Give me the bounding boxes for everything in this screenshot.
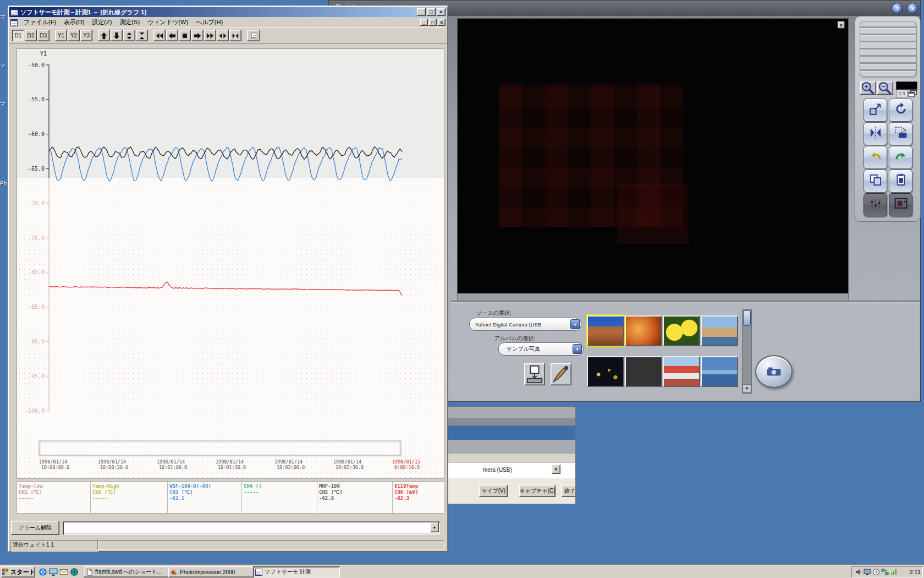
pi-lower-deck: ソースの選択: Yahoo! Digital Camera (USB ▼ アルバ…: [450, 301, 920, 395]
svg-text:0:00:10.0: 0:00:10.0: [394, 465, 420, 470]
child-maximize-button[interactable]: □: [429, 19, 437, 26]
child-app-icon: [10, 19, 18, 26]
arrow-right-button[interactable]: [191, 30, 204, 41]
taskbar-clock[interactable]: 2:11: [909, 569, 921, 575]
minimize-button[interactable]: _: [417, 8, 426, 16]
task-button-1[interactable]: framtk.swd へのショート...: [84, 566, 170, 577]
exit-button[interactable]: 終了(X): [562, 485, 576, 497]
desktop-icon-fragment[interactable]: マ: [0, 13, 7, 21]
coastal-town-image: [702, 317, 737, 345]
chevron-down-icon[interactable]: ▼: [430, 522, 439, 532]
zoom-out-button[interactable]: [877, 81, 893, 95]
toolbar-button-y2[interactable]: Y2: [68, 30, 80, 41]
ie-icon[interactable]: [38, 568, 47, 576]
child-close-button[interactable]: ×: [438, 19, 446, 26]
chevron-down-icon[interactable]: ▼: [573, 344, 582, 354]
thumbnail-yellow-flowers[interactable]: [663, 315, 700, 346]
thumbnail-lighthouse[interactable]: [663, 356, 700, 387]
arrow-down-button[interactable]: [111, 30, 123, 41]
desktop-icon-fragment[interactable]: マ: [0, 100, 7, 108]
pi-close-button[interactable]: ×: [907, 3, 919, 14]
thumbnail-coastal-town[interactable]: [701, 315, 738, 346]
collapse-vertical-button[interactable]: [136, 30, 148, 41]
adjust-button[interactable]: [864, 193, 887, 216]
get-photo-oval-button[interactable]: [755, 355, 793, 388]
collapse-horizontal-button[interactable]: [229, 30, 241, 41]
display-icon[interactable]: [864, 568, 871, 576]
child-minimize-button[interactable]: _: [420, 19, 428, 26]
copy-button[interactable]: [864, 170, 887, 193]
menu-item[interactable]: 表示(D): [60, 17, 88, 28]
volume-icon[interactable]: [890, 568, 898, 576]
graph-zoom-button[interactable]: [247, 30, 260, 41]
maximize-button[interactable]: □: [427, 8, 436, 16]
chevron-down-icon[interactable]: ▼: [570, 319, 580, 329]
menu-item[interactable]: ファイル(F): [20, 17, 60, 28]
canyon-image: [588, 317, 623, 345]
expand-vertical-button[interactable]: [123, 30, 135, 41]
desktop-icon-fragment[interactable]: Ph: [0, 181, 7, 187]
arrow-up-button[interactable]: [98, 30, 110, 41]
titlebar[interactable]: ソフトサーモ計測－計測1 － [折れ線グラフ 1] _ □ ×: [9, 7, 447, 17]
edit-brush-button[interactable]: [551, 363, 571, 385]
task-button-2[interactable]: PhotoImpression 2000: [168, 566, 255, 577]
alarm-message-combobox[interactable]: ▼: [63, 521, 440, 535]
thumbnail-calligraphy-pen[interactable]: [625, 356, 662, 387]
chevron-down-icon[interactable]: ▼: [552, 465, 560, 474]
source-select-combobox[interactable]: Yahoo! Digital Camera (USB ▼: [469, 318, 581, 331]
close-button[interactable]: ×: [437, 8, 446, 16]
alarm-clear-button[interactable]: アラーム解除: [11, 521, 59, 535]
resize-button[interactable]: [864, 99, 887, 122]
menu-item[interactable]: 測定(S): [116, 17, 144, 28]
pi-help-button[interactable]: ?: [892, 3, 903, 14]
speaker-icon[interactable]: [855, 568, 862, 576]
svg-text:-65.0: -65.0: [28, 166, 45, 172]
acquire-photo-button[interactable]: [524, 363, 545, 385]
undo-button[interactable]: [864, 146, 887, 169]
desktop-icon-fragment[interactable]: マ: [0, 62, 7, 69]
outlook-icon[interactable]: [59, 568, 68, 576]
network-icon[interactable]: [881, 568, 889, 576]
preview-button[interactable]: [889, 193, 912, 216]
cascade-windows-button[interactable]: [908, 89, 917, 96]
double-left-button[interactable]: [153, 30, 166, 41]
thumbnail-sea-coast[interactable]: [701, 356, 738, 387]
toolbar-button-y3[interactable]: Y3: [80, 30, 92, 41]
scrollbar-down-button[interactable]: ▼: [743, 384, 751, 392]
thumbnail-autumn-leaves[interactable]: [625, 315, 662, 346]
flip-horizontal-button[interactable]: [864, 122, 887, 145]
start-label: スタート: [10, 568, 35, 576]
legend-value: -----: [19, 495, 92, 501]
desktop-icon[interactable]: [49, 568, 58, 576]
thumbnail-night-city[interactable]: [587, 356, 624, 387]
thumbnail-scrollbar[interactable]: ▼: [742, 309, 752, 394]
pi-canvas-close-button[interactable]: ×: [838, 21, 845, 29]
schedule-icon[interactable]: [872, 568, 880, 576]
menu-item[interactable]: ウィンドウ(W): [144, 17, 192, 28]
scrollbar-thumb[interactable]: [743, 310, 751, 326]
zoom-ratio-button[interactable]: 1:1: [896, 90, 908, 97]
toolbar-button-d3[interactable]: D3: [37, 30, 50, 41]
start-button[interactable]: スタート: [1, 566, 35, 577]
stop-button[interactable]: [179, 30, 191, 41]
arrow-left-button[interactable]: [166, 30, 178, 41]
redo-button[interactable]: [889, 146, 912, 169]
zoom-in-button[interactable]: [860, 81, 876, 95]
live-button[interactable]: ライブ(V): [479, 485, 508, 497]
menu-item[interactable]: 設定(Z): [88, 17, 116, 28]
pi-preview-canvas[interactable]: [457, 18, 849, 293]
expand-horizontal-button[interactable]: [217, 30, 229, 41]
menu-item[interactable]: ヘルプ(H): [192, 17, 227, 28]
capture-button[interactable]: キャプチャ(C): [519, 485, 556, 497]
paste-button[interactable]: [889, 170, 912, 193]
thumbnail-canyon[interactable]: [587, 315, 624, 346]
album-select-combobox[interactable]: サンプル写真 ▼: [498, 342, 584, 356]
toolbar-button-y1[interactable]: Y1: [55, 30, 67, 41]
rotate-button[interactable]: [889, 99, 912, 122]
task-button-3[interactable]: ソフトサーモ 計測: [253, 566, 340, 577]
double-right-button[interactable]: [204, 30, 216, 41]
channels-icon[interactable]: [70, 568, 79, 576]
toolbar-button-d2[interactable]: D2: [25, 30, 37, 41]
crop-rotate-button[interactable]: [889, 122, 912, 145]
toolbar-button-d1[interactable]: D1: [12, 30, 24, 41]
